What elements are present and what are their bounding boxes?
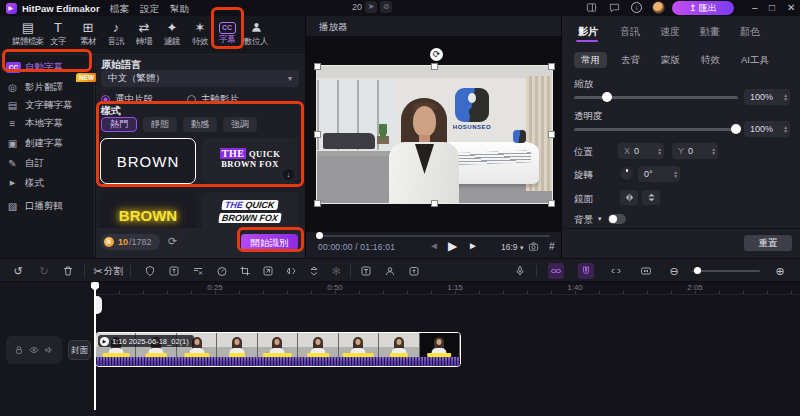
shield-icon[interactable] bbox=[142, 263, 158, 279]
selection-handle[interactable] bbox=[315, 201, 320, 206]
reset-button[interactable]: 重置 bbox=[744, 235, 792, 251]
scale-slider-knob[interactable] bbox=[602, 92, 612, 102]
playhead-grip[interactable] bbox=[95, 296, 102, 314]
selection-handle[interactable] bbox=[432, 201, 437, 206]
rotate-handle-icon[interactable]: ⟳ bbox=[430, 48, 443, 61]
style-tile-quick-fox[interactable]: THE QUICK BROWN FOX ↓ bbox=[202, 138, 298, 184]
split-label[interactable]: 分割 bbox=[104, 265, 123, 278]
download-style-icon[interactable]: ↓ bbox=[283, 169, 294, 180]
style-tab-hot[interactable]: 熱門 bbox=[101, 117, 137, 132]
add-person-icon[interactable] bbox=[382, 263, 398, 279]
aspect-ratio-select[interactable]: 16:9 ▾ bbox=[501, 242, 523, 252]
flip-horizontal-icon[interactable] bbox=[283, 263, 299, 279]
sidebar-item-voice-clip[interactable]: ▨ 口播剪輯 bbox=[6, 198, 92, 214]
sidebar-item-custom[interactable]: ✎ 自訂 bbox=[6, 155, 92, 171]
rotate-value-box[interactable]: 0° ▴▾ bbox=[638, 166, 680, 182]
delete-icon[interactable] bbox=[60, 263, 76, 279]
radio-main-video[interactable]: 主軸影片 bbox=[187, 93, 239, 106]
playhead[interactable] bbox=[94, 282, 96, 410]
fit-timeline-icon[interactable] bbox=[638, 263, 654, 279]
zoom-out-icon[interactable]: ⊖ bbox=[666, 263, 682, 279]
link-clips-icon[interactable] bbox=[548, 263, 564, 279]
selection-handle[interactable] bbox=[432, 64, 437, 69]
selection-handle[interactable] bbox=[315, 64, 320, 69]
stepper-icon[interactable]: ▴▾ bbox=[658, 147, 661, 155]
flip-vertical-icon[interactable] bbox=[642, 190, 660, 205]
scale-value-box[interactable]: 100% ▴▾ bbox=[744, 89, 790, 105]
opacity-slider[interactable] bbox=[574, 128, 738, 131]
seek-knob[interactable] bbox=[316, 232, 323, 239]
sidebar-item-video-translate[interactable]: ◎ 影片翻譯 NEW bbox=[6, 79, 92, 95]
minimize-button[interactable]: – bbox=[752, 2, 758, 13]
scale-slider[interactable] bbox=[574, 96, 738, 99]
feedback-icon[interactable] bbox=[608, 2, 621, 14]
crop-icon[interactable] bbox=[237, 263, 253, 279]
selection-handle[interactable] bbox=[549, 132, 554, 137]
menu-file[interactable]: 檔案 bbox=[110, 3, 129, 16]
timeline-zoom-slider[interactable] bbox=[692, 270, 760, 272]
download-icon[interactable]: ↓ bbox=[631, 2, 642, 13]
subtab-common[interactable]: 常用 bbox=[574, 52, 607, 68]
ribbon-media[interactable]: ▤ 媒體檔案 bbox=[12, 19, 44, 48]
magnet-snap-icon[interactable] bbox=[578, 263, 594, 279]
close-button[interactable]: ✕ bbox=[787, 2, 795, 13]
scale-frame-icon[interactable] bbox=[260, 263, 276, 279]
flip-vertical-icon[interactable] bbox=[306, 263, 322, 279]
stepper-icon[interactable]: ▴▾ bbox=[674, 170, 677, 178]
tab-animation[interactable]: 動畫 bbox=[700, 25, 720, 39]
sidebar-item-local-subtitle[interactable]: ≡ 本地字幕 bbox=[6, 115, 92, 131]
eye-icon[interactable] bbox=[29, 345, 39, 355]
speaker-icon[interactable] bbox=[44, 345, 54, 355]
rotation-dial[interactable] bbox=[620, 167, 633, 180]
video-clip[interactable]: ▶ 1:16 2025-06-18_02(1) bbox=[95, 332, 461, 367]
flip-horizontal-icon[interactable] bbox=[620, 190, 638, 205]
lock-icon[interactable] bbox=[14, 345, 24, 355]
tab-audio[interactable]: 音訊 bbox=[620, 25, 640, 39]
layout-icon[interactable] bbox=[585, 2, 598, 14]
sidebar-item-text-to-subtitle[interactable]: ▤ 文字轉字幕 bbox=[6, 97, 92, 113]
play-button[interactable]: ▶ bbox=[448, 239, 457, 253]
text-box-icon[interactable] bbox=[166, 263, 182, 279]
prev-frame-button[interactable]: ◄ bbox=[429, 240, 439, 251]
menu-settings[interactable]: 設定 bbox=[140, 3, 159, 16]
upload-box-icon[interactable] bbox=[406, 263, 422, 279]
style-tab-emphasis[interactable]: 強調 bbox=[223, 117, 257, 132]
ribbon-digital-human[interactable]: 數位人 bbox=[240, 19, 272, 48]
export-button[interactable]: ↥ 匯出 bbox=[672, 1, 734, 15]
style-tab-dynamic[interactable]: 動感 bbox=[183, 117, 217, 132]
redo-icon[interactable]: ↻ bbox=[36, 263, 52, 279]
tab-color[interactable]: 顏色 bbox=[740, 25, 760, 39]
video-preview[interactable]: HOSUNSEO bbox=[317, 66, 552, 203]
stepper-icon[interactable]: ▴▾ bbox=[784, 93, 787, 101]
position-x-input[interactable]: X0 ▴▾ bbox=[618, 143, 664, 159]
subtab-remove-bg[interactable]: 去背 bbox=[614, 52, 647, 68]
selection-handle[interactable] bbox=[315, 132, 320, 137]
speed-gauge-icon[interactable] bbox=[214, 263, 230, 279]
start-recognition-button[interactable]: 開始識別 bbox=[241, 234, 298, 251]
grid-icon[interactable]: # bbox=[549, 241, 561, 252]
subtab-effects[interactable]: 特效 bbox=[694, 52, 727, 68]
selection-handle[interactable] bbox=[549, 201, 554, 206]
freeze-frame-icon[interactable]: ✻ bbox=[328, 263, 344, 279]
cover-button[interactable]: 封面 bbox=[68, 340, 91, 360]
user-avatar[interactable] bbox=[652, 1, 665, 14]
zoom-in-icon[interactable]: ⊕ bbox=[772, 263, 788, 279]
sidebar-item-create-subtitle[interactable]: ▣ 創建字幕 bbox=[6, 135, 92, 151]
style-tab-static[interactable]: 靜態 bbox=[143, 117, 177, 132]
opacity-value-box[interactable]: 100% ▴▾ bbox=[744, 121, 790, 137]
add-text-icon[interactable] bbox=[358, 263, 374, 279]
sidebar-item-style[interactable]: ▶ 樣式 bbox=[6, 175, 92, 191]
background-toggle[interactable] bbox=[608, 214, 626, 224]
subtab-mask[interactable]: 蒙版 bbox=[654, 52, 687, 68]
selection-handle[interactable] bbox=[549, 64, 554, 69]
next-frame-button[interactable]: ► bbox=[468, 240, 478, 251]
microphone-icon[interactable] bbox=[512, 263, 528, 279]
position-y-input[interactable]: Y0 ▴▾ bbox=[672, 143, 718, 159]
language-select[interactable]: 中文（繁體） ▾ bbox=[101, 70, 299, 87]
refresh-icon[interactable]: ⟳ bbox=[168, 235, 177, 248]
menu-help[interactable]: 幫助 bbox=[170, 3, 189, 16]
timeline-ruler[interactable]: 0:25 0:50 1:15 1:40 2:05 bbox=[95, 282, 800, 295]
tab-video[interactable]: 影片 bbox=[578, 25, 598, 39]
seek-bar[interactable] bbox=[318, 235, 550, 237]
subtab-ai-tools[interactable]: AI工具 bbox=[734, 52, 776, 68]
